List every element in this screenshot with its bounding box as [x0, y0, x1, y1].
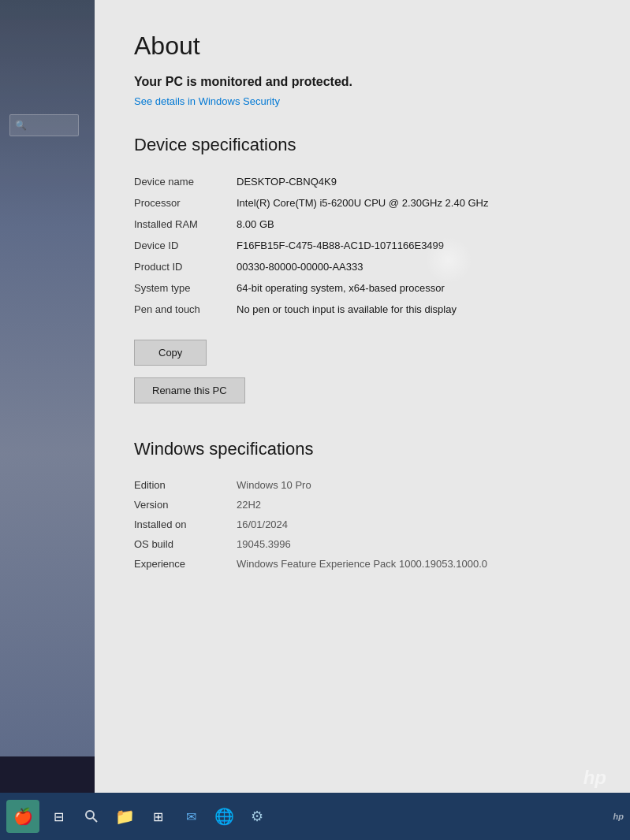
chrome-taskbar-icon[interactable]: 🌐 — [210, 802, 238, 831]
spec-value: 19045.3996 — [237, 534, 591, 554]
table-row: Pen and touchNo pen or touch input is av… — [134, 299, 591, 320]
spec-value: 16/01/2024 — [237, 515, 591, 534]
device-specs-title: Device specifications — [134, 135, 591, 155]
windows-specs-table: EditionWindows 10 ProVersion22H2Installe… — [134, 475, 591, 574]
table-row: Device nameDESKTOP-CBNQ4K9 — [134, 171, 591, 192]
spec-label: Device name — [134, 171, 237, 192]
search-icon: 🔍 — [15, 120, 27, 131]
spec-label: Installed on — [134, 515, 237, 534]
spec-value: Intel(R) Core(TM) i5-6200U CPU @ 2.30GHz… — [237, 192, 591, 214]
table-row: Device IDF16FB15F-C475-4B88-AC1D-1071166… — [134, 235, 591, 256]
apple-taskbar-icon[interactable]: 🍎 — [6, 800, 39, 833]
spec-label: Processor — [134, 192, 237, 214]
spec-value: 64-bit operating system, x64-based proce… — [237, 277, 591, 299]
spec-label: Version — [134, 495, 237, 515]
desktop-taskbar-icon[interactable]: ⊟ — [44, 802, 73, 831]
table-row: Product ID00330-80000-00000-AA333 — [134, 256, 591, 277]
table-row: Installed on16/01/2024 — [134, 515, 591, 534]
spec-label: Device ID — [134, 235, 237, 256]
taskbar: 🍎 ⊟ 📁 ⊞ ✉ 🌐 ⚙ hp — [0, 793, 630, 840]
hp-logo-watermark: hp — [583, 767, 606, 789]
security-link[interactable]: See details in Windows Security — [134, 95, 591, 107]
spec-label: Pen and touch — [134, 299, 237, 320]
windows-specs-title: Windows specifications — [134, 439, 591, 459]
copy-button[interactable]: Copy — [134, 340, 207, 366]
main-content: About Your PC is monitored and protected… — [95, 0, 630, 793]
table-row: Installed RAM8.00 GB — [134, 214, 591, 235]
spec-value: 00330-80000-00000-AA333 — [237, 256, 591, 277]
spec-label: Edition — [134, 475, 237, 495]
table-row: System type64-bit operating system, x64-… — [134, 277, 591, 299]
settings-taskbar-icon[interactable]: ⚙ — [243, 802, 271, 831]
rename-button[interactable]: Rename this PC — [134, 377, 245, 403]
spec-value: 8.00 GB — [237, 214, 591, 235]
table-row: ProcessorIntel(R) Core(TM) i5-6200U CPU … — [134, 192, 591, 214]
svg-line-1 — [93, 818, 97, 822]
device-specs-table: Device nameDESKTOP-CBNQ4K9ProcessorIntel… — [134, 171, 591, 320]
files-taskbar-icon[interactable]: 📁 — [110, 802, 139, 831]
svg-point-0 — [86, 811, 94, 819]
hp-logo: hp — [613, 812, 624, 821]
table-row: Version22H2 — [134, 495, 591, 515]
spec-value: F16FB15F-C475-4B88-AC1D-1071166E3499 — [237, 235, 591, 256]
spec-label: Experience — [134, 554, 237, 574]
grid-taskbar-icon[interactable]: ⊞ — [144, 802, 172, 831]
spec-value: Windows Feature Experience Pack 1000.190… — [237, 554, 591, 574]
spec-value: Windows 10 Pro — [237, 475, 591, 495]
spec-label: Installed RAM — [134, 214, 237, 235]
spec-label: System type — [134, 277, 237, 299]
page-title: About — [134, 32, 591, 61]
mail-taskbar-icon[interactable]: ✉ — [177, 802, 205, 831]
table-row: OS build19045.3996 — [134, 534, 591, 554]
spec-value: 22H2 — [237, 495, 591, 515]
search-taskbar-icon[interactable] — [77, 802, 106, 831]
spec-label: Product ID — [134, 256, 237, 277]
protection-text: Your PC is monitored and protected. — [134, 75, 591, 89]
table-row: ExperienceWindows Feature Experience Pac… — [134, 554, 591, 574]
table-row: EditionWindows 10 Pro — [134, 475, 591, 495]
spec-value: No pen or touch input is available for t… — [237, 299, 591, 320]
search-box[interactable]: 🔍 — [9, 114, 79, 136]
sidebar-strip: 🔍 — [0, 0, 95, 756]
spec-value: DESKTOP-CBNQ4K9 — [237, 171, 591, 192]
spec-label: OS build — [134, 534, 237, 554]
